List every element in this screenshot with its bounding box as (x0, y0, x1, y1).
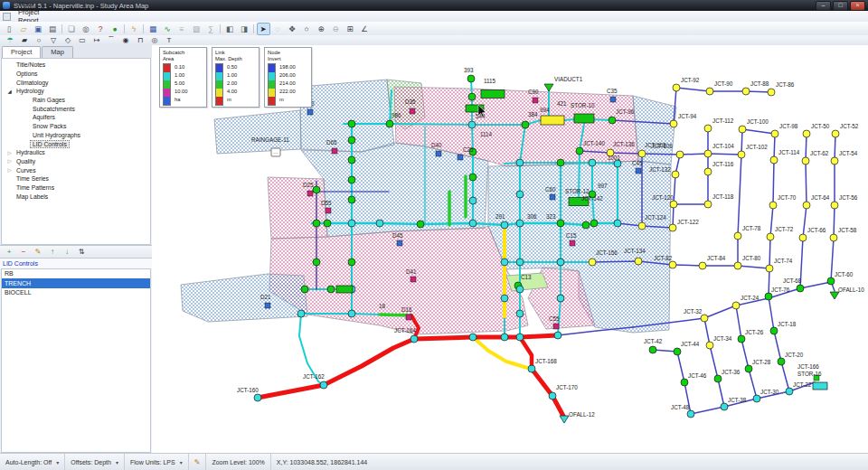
map-node[interactable] (469, 197, 476, 204)
map-node-jct-170[interactable] (549, 392, 556, 400)
zoom-in-button[interactable]: ⊕ (315, 23, 328, 35)
map-node[interactable] (386, 120, 393, 127)
legend-node-invert[interactable]: NodeInvert198.00206.00214.00222.00m (264, 47, 312, 108)
tree-expand-icon[interactable]: ◢ (5, 89, 14, 94)
map-link[interactable] (742, 129, 775, 134)
report-statistics-button[interactable]: ∑ (204, 23, 218, 35)
map-node-d16[interactable] (406, 315, 411, 320)
map-node[interactable] (348, 196, 355, 203)
select-vertex-button[interactable]: ◌ (271, 23, 285, 35)
map-node-jct-60[interactable] (827, 277, 835, 285)
map-node-jct-106[interactable] (676, 151, 684, 158)
map-link[interactable] (769, 296, 789, 391)
map-node-jct-76[interactable] (765, 293, 772, 300)
print-button[interactable]: ▤ (46, 23, 60, 35)
map-node-ofall-10[interactable] (830, 292, 839, 299)
offsets-selector[interactable]: Offsets: Depth ▾ (65, 454, 125, 470)
map-node[interactable] (348, 136, 355, 144)
map-node-jct-116[interactable] (704, 168, 712, 175)
map-node-jct-54[interactable] (831, 157, 838, 164)
map-node[interactable] (324, 220, 331, 227)
map-node-d55[interactable] (326, 208, 331, 213)
map-node[interactable] (501, 221, 508, 229)
tree-item-climatology[interactable]: Climatology (2, 78, 150, 87)
map-node-jct-164[interactable] (410, 335, 418, 343)
map-node-d41[interactable] (410, 277, 416, 282)
tree-item-hydraulics[interactable]: ▷Hydraulics (2, 148, 150, 157)
map-node-jct-160[interactable] (254, 394, 261, 401)
map-link[interactable] (738, 129, 742, 266)
raingage-tool-button[interactable]: ☂ (4, 35, 17, 46)
tree-item-curves[interactable]: ▷Curves (2, 165, 150, 174)
map-node[interactable] (574, 114, 594, 123)
map-node-d21[interactable] (265, 303, 270, 308)
map-node-jct-80[interactable] (734, 262, 741, 269)
map-node[interactable] (348, 156, 355, 164)
map-node-d30[interactable] (307, 109, 313, 115)
edit-object-button[interactable]: ✎ (33, 247, 43, 257)
map-node[interactable] (469, 220, 476, 227)
map-node[interactable] (469, 334, 476, 341)
list-item-trench[interactable]: TRENCH (2, 278, 150, 288)
map-node-c90[interactable] (533, 98, 538, 103)
map-node-jct-28[interactable] (745, 365, 752, 372)
map-link[interactable] (414, 335, 558, 339)
map-node-c55[interactable] (553, 324, 559, 329)
tree-item-title-notes[interactable]: Title/Notes (2, 61, 150, 70)
move-up-button[interactable]: ↑ (47, 247, 58, 257)
map-node[interactable] (582, 221, 590, 229)
select-object-button[interactable]: ➤ (257, 23, 270, 35)
map-node-jct-44[interactable] (674, 348, 681, 355)
map-node-d25[interactable] (307, 191, 313, 196)
weir-tool-button[interactable]: ⊓ (134, 35, 147, 46)
map-node-jct-72[interactable] (767, 233, 774, 240)
outlet-tool-button[interactable]: ◎ (148, 35, 162, 46)
map-node-d35[interactable] (410, 108, 415, 114)
map-node-jct-22[interactable] (786, 388, 793, 395)
chevron-down-icon[interactable]: ▾ (180, 459, 183, 465)
map-node-jct-20[interactable] (778, 358, 785, 365)
tree-item-map-labels[interactable]: Map Labels (2, 192, 150, 201)
legend-link-max-depth[interactable]: LinkMax. Depth0.501.002.004.00m (212, 47, 259, 108)
map-node[interactable] (614, 220, 621, 227)
map-node-viaduct1[interactable] (544, 84, 553, 91)
map-link[interactable] (769, 268, 769, 296)
chevron-down-icon[interactable]: ▾ (56, 459, 59, 465)
map-node[interactable] (348, 120, 355, 127)
map-link[interactable] (673, 155, 680, 228)
map-link[interactable] (532, 369, 564, 418)
subcatchment-polygon[interactable] (300, 80, 394, 152)
query-map-button[interactable]: ? (94, 23, 108, 35)
find-object-button[interactable]: ◎ (80, 23, 93, 35)
map-node-jct-114[interactable] (770, 156, 778, 164)
map-link[interactable] (704, 318, 724, 407)
run-simulation-button[interactable]: ϟ (127, 23, 141, 35)
tree-expand-icon[interactable]: ▷ (5, 167, 14, 173)
map-node-jct-92[interactable] (673, 84, 680, 91)
pump-tool-button[interactable]: ⌒ (105, 35, 118, 46)
measure-button[interactable]: ∠ (358, 23, 372, 35)
map-node[interactable] (481, 90, 505, 99)
map-link[interactable] (471, 79, 472, 125)
map-node-jct-122[interactable] (669, 224, 676, 231)
map-node-jct-140[interactable] (576, 147, 583, 155)
map-node-c60[interactable] (550, 194, 555, 200)
map-node-jct-30[interactable] (753, 395, 760, 402)
map-link[interactable] (301, 314, 380, 315)
map-node-c45[interactable] (636, 168, 641, 174)
map-node-jct-50[interactable] (803, 130, 810, 137)
map-node-jct-38[interactable] (721, 403, 728, 410)
map-node-c35[interactable] (610, 97, 616, 102)
map-link[interactable] (258, 339, 414, 398)
map-node[interactable] (501, 334, 508, 341)
tree-expand-icon[interactable]: ▷ (5, 150, 14, 155)
map-node-jct-90[interactable] (706, 88, 713, 95)
map-node-jct-26[interactable] (738, 335, 745, 343)
map-node-d45[interactable] (397, 240, 402, 246)
tree-item-time-patterns[interactable]: Time Patterns (2, 183, 150, 193)
map-node-jct-168[interactable] (528, 365, 535, 372)
list-item-rb[interactable]: RB (2, 269, 150, 279)
tree-item-unit-hydrographs[interactable]: Unit Hydrographs (2, 131, 150, 140)
map-node-jct-156[interactable] (589, 258, 596, 266)
map-link[interactable] (674, 128, 708, 204)
